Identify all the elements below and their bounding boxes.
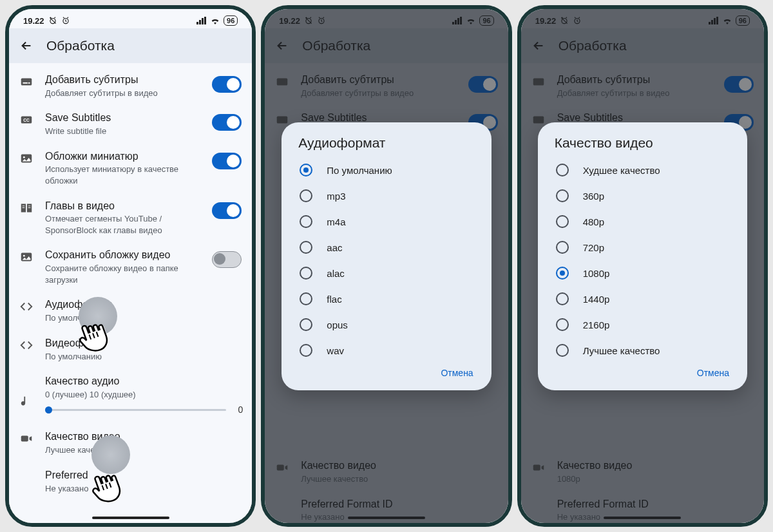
svg-rect-16 [28,207,31,208]
setting-thumbnails[interactable]: Обложки миниатюр Использует миниатюру в … [9,144,252,193]
back-button[interactable] [19,39,33,53]
pointer-cursor-icon [85,469,126,510]
radio-button[interactable] [556,164,569,176]
home-indicator[interactable] [92,517,169,519]
image-icon [19,250,33,264]
book-icon [19,201,33,215]
setting-sub: Лучшее качество [45,444,242,456]
page-title: Обработка [46,38,115,53]
setting-video-quality[interactable]: Качество видео Лучшее качество [9,424,252,462]
radio-label: opus [327,319,348,330]
setting-video-format[interactable]: Видеоф По умолчанию [9,330,252,368]
radio-label: aac [327,242,342,253]
svg-rect-5 [204,17,206,24]
radio-option[interactable]: 1440p [552,286,736,312]
radio-option[interactable]: wav [296,337,479,363]
setting-preferred-format[interactable]: Preferred Не указано [9,462,252,500]
setting-audio-quality[interactable]: Качество аудио 0 (лучшее) 10 (худшее) 0 [9,368,252,412]
svg-point-12 [23,156,25,158]
radio-button[interactable] [300,164,312,176]
svg-rect-8 [28,82,30,84]
code-icon [19,299,33,314]
setting-sub: Сохраните обложку видео в папке загрузки [45,263,200,285]
setting-title: Качество видео [45,430,242,444]
radio-option[interactable]: mp3 [296,183,479,209]
cancel-button[interactable]: Отмена [697,368,729,378]
setting-sub: Не указано [45,483,242,495]
dialog-title: Аудиоформат [296,135,479,151]
phone-2: 19.22 96 Обработка Добавить суб [261,5,511,527]
radio-label: flac [327,294,341,305]
radio-label: Худшее качество [583,165,660,176]
radio-button[interactable] [556,189,569,202]
radio-button[interactable] [300,344,312,357]
radio-group: Худшее качество360p480p720p1080p1440p216… [552,157,736,363]
radio-option[interactable]: opus [296,312,479,337]
toggle-chapters[interactable] [212,202,242,219]
svg-text:CC: CC [23,119,30,123]
setting-sub: Использует миниатюру в качестве обложки [45,164,200,186]
toggle-save-cover[interactable] [212,251,242,268]
radio-label: 360p [583,191,604,202]
cc-icon: CC [19,113,33,127]
radio-button[interactable] [300,292,312,305]
setting-sub: Отмечает сегменты YouTube / SponsorBlock… [45,213,200,236]
setting-sub: Write subtitle file [45,126,200,137]
radio-label: m4a [327,216,345,227]
radio-label: Лучшее качество [583,345,660,356]
image-icon [19,151,33,166]
toggle-add-subtitles[interactable] [212,76,242,93]
radio-button[interactable] [300,241,312,254]
radio-option[interactable]: aac [296,234,479,260]
alarm-off-icon [48,16,57,25]
radio-option[interactable]: 360p [552,183,736,209]
clock: 19.22 [23,16,44,26]
radio-option[interactable]: 2160p [552,312,736,337]
radio-label: alac [327,268,345,279]
radio-option[interactable]: 480p [552,209,736,234]
radio-button[interactable] [300,267,312,280]
toggle-thumbnails[interactable] [212,153,242,169]
radio-button[interactable] [556,241,569,254]
radio-option[interactable]: alac [296,260,479,286]
radio-option[interactable]: m4a [296,209,479,234]
radio-button[interactable] [300,189,312,202]
cancel-button[interactable]: Отмена [441,368,473,378]
alarm-icon [61,16,70,25]
svg-rect-14 [28,205,31,206]
audio-format-dialog: Аудиоформат По умолчаниюmp3m4aaacalacfla… [282,122,491,390]
setting-audio-format[interactable]: Аудиоформат По умолчанию [9,292,252,330]
svg-rect-19 [21,436,28,442]
svg-rect-15 [23,207,25,208]
audio-quality-slider[interactable] [45,409,226,411]
radio-option[interactable]: Худшее качество [552,157,736,183]
radio-button[interactable] [556,344,569,357]
setting-title: Главы в видео [45,200,200,213]
settings-list: Добавить субтитры Добавляет субтитры в в… [9,63,252,504]
setting-chapters[interactable]: Главы в видео Отмечает сегменты YouTube … [9,193,252,243]
radio-button[interactable] [556,215,569,228]
svg-rect-4 [202,18,204,24]
setting-title: Preferred [45,469,242,482]
radio-button[interactable] [556,267,569,280]
setting-title: Сохранить обложку видео [45,249,200,262]
radio-button[interactable] [556,318,569,331]
setting-save-subtitles[interactable]: CC Save Subtitles Write subtitle file [9,105,252,143]
radio-option[interactable]: 720p [552,234,736,260]
status-bar: 19.22 96 [9,9,252,28]
setting-add-subtitles[interactable]: Добавить субтитры Добавляет субтитры в в… [9,67,252,105]
radio-option[interactable]: flac [296,286,479,312]
svg-rect-6 [21,79,32,86]
radio-option[interactable]: 1080p [552,260,736,286]
svg-rect-13 [23,205,25,206]
setting-save-cover[interactable]: Сохранить обложку видео Сохраните обложк… [9,242,252,292]
radio-button[interactable] [556,292,569,305]
radio-option[interactable]: По умолчанию [296,157,479,183]
radio-option[interactable]: Лучшее качество [552,337,736,363]
radio-button[interactable] [300,318,312,331]
toggle-save-subtitles[interactable] [212,114,242,131]
radio-label: 1080p [583,268,610,279]
setting-title: Аудиоформат [45,298,242,312]
radio-label: По умолчанию [327,165,392,176]
radio-button[interactable] [300,215,312,228]
